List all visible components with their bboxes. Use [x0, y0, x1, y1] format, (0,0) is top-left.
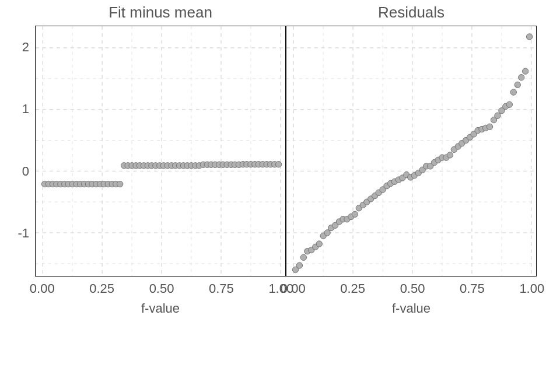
- data-point: [352, 211, 358, 217]
- data-point: [296, 262, 302, 268]
- panel-right: [286, 26, 537, 276]
- x-tick: 0.75: [460, 281, 485, 296]
- y-tick: -1: [0, 226, 29, 241]
- panel-title-left: Fit minus mean: [35, 4, 286, 22]
- figure: Fit minus mean Residuals -1012 0.000.250…: [0, 0, 560, 392]
- panel-left-svg: [36, 26, 285, 276]
- data-point: [300, 254, 306, 260]
- data-point: [519, 75, 524, 80]
- x-tick: 0.50: [149, 281, 174, 296]
- data-point: [275, 162, 281, 167]
- data-point: [526, 34, 532, 40]
- data-point: [514, 82, 520, 88]
- x-tick: 0.00: [281, 281, 306, 296]
- data-point: [506, 102, 512, 107]
- y-tick: 0: [0, 164, 29, 179]
- data-point: [487, 124, 492, 130]
- y-tick: 2: [0, 40, 29, 55]
- data-point: [510, 89, 516, 95]
- x-tick: 0.50: [400, 281, 425, 296]
- panel-left: [35, 26, 286, 276]
- data-point: [117, 181, 123, 187]
- x-label-right: f-value: [392, 301, 430, 316]
- x-tick: 0.25: [340, 281, 365, 296]
- data-point: [316, 241, 322, 247]
- x-tick: 1.00: [519, 281, 544, 296]
- x-tick: 0.25: [89, 281, 114, 296]
- data-point: [447, 152, 453, 158]
- data-point: [495, 113, 501, 118]
- x-label-left: f-value: [141, 301, 180, 316]
- y-tick: 1: [0, 102, 29, 117]
- x-tick: 0.75: [209, 281, 234, 296]
- x-tick: 0.00: [30, 281, 55, 296]
- panel-title-right: Residuals: [286, 4, 537, 22]
- data-point: [522, 68, 528, 74]
- panel-right-svg: [286, 26, 536, 276]
